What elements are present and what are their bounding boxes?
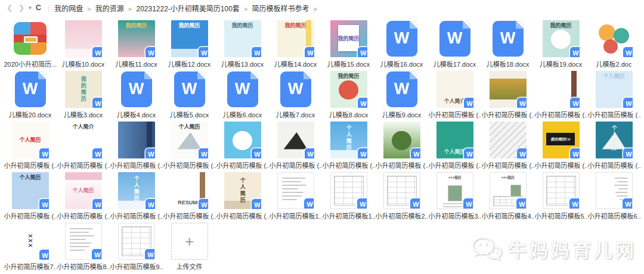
- file-item[interactable]: ×××简历W小升初简历模板3...: [428, 172, 481, 222]
- fold-corner: [304, 71, 311, 79]
- file-item[interactable]: 我的简历W儿模板15.docx: [322, 20, 375, 70]
- breadcrumb-item[interactable]: 我的网盘: [54, 5, 83, 13]
- file-item[interactable]: 我的简历W儿模板8.docx: [322, 70, 375, 121]
- badge-letter: W: [254, 49, 260, 57]
- file-item[interactable]: 我的简历W儿模板13.docx: [216, 20, 269, 70]
- file-item[interactable]: 个人简历W小升初简历模板 (...: [4, 172, 57, 222]
- file-item[interactable]: W小升初简历模板1...: [269, 172, 322, 222]
- file-item[interactable]: W儿模板6.docx: [216, 70, 269, 121]
- file-item[interactable]: W儿模板2.doc: [587, 20, 640, 70]
- file-item[interactable]: W儿模板9.docx: [375, 70, 428, 121]
- badge-letter: W: [626, 151, 631, 158]
- file-item[interactable]: 个人简历W小升初简历模板 (...: [4, 121, 57, 172]
- file-item[interactable]: W小升初简历模板8...: [57, 222, 110, 273]
- doc-thumbnail: 个人简历W: [596, 71, 633, 108]
- w-letter: W: [500, 30, 515, 46]
- text-line: [70, 235, 94, 236]
- forward-icon[interactable]: ❯: [16, 0, 27, 15]
- upload-button[interactable]: +上传文件: [163, 222, 216, 273]
- file-item[interactable]: W小升初简历模板6...: [587, 172, 640, 222]
- file-item[interactable]: 个人简历W小升初简历模板 (...: [587, 121, 640, 172]
- file-name: 小升初简历模板 (...: [57, 211, 110, 220]
- file-item[interactable]: 个人简历W小升初简历模板 (...: [587, 70, 640, 121]
- back-icon[interactable]: ❮: [4, 0, 16, 15]
- badge-letter: W: [201, 201, 207, 208]
- chevron-down-icon[interactable]: ▾: [27, 0, 33, 15]
- doc-thumbnail: 我的简历W: [330, 20, 367, 57]
- file-item[interactable]: W小升初简历模板 (...: [481, 70, 534, 121]
- file-name: 小升初简历模板 (...: [535, 160, 587, 170]
- file-item[interactable]: 我的简历CVW小升初简历模板 (...: [534, 121, 587, 172]
- file-item[interactable]: W小升初简历模板 (...: [375, 121, 428, 172]
- w-letter: W: [394, 81, 409, 97]
- file-item[interactable]: 个人简历W小升初简历模板 (...: [428, 121, 481, 172]
- file-item[interactable]: W儿模板10.docx: [57, 20, 110, 70]
- file-item[interactable]: W儿模板18.docx: [481, 20, 534, 70]
- file-item[interactable]: 我的简历W儿模板11.docx: [110, 20, 163, 70]
- thumbnail-title: 个人简历: [72, 187, 94, 193]
- file-item[interactable]: W儿模板5.docx: [163, 70, 216, 121]
- file-item[interactable]: 个人简介W小升初简历模板 (...: [57, 121, 110, 172]
- wps-w-badge-icon: W: [623, 47, 633, 57]
- file-item[interactable]: 个人简历W小升初简历模板 (...: [163, 121, 216, 172]
- thumbnail-title: 个人简历: [133, 176, 139, 202]
- file-name: 小升初简历模板 (...: [270, 160, 322, 170]
- file-item[interactable]: 个人简历W小升初简历模板 (...: [110, 172, 163, 222]
- file-item[interactable]: W小升初简历模板 (...: [269, 121, 322, 172]
- text-line: [618, 188, 627, 189]
- file-item[interactable]: 个人简历W小升初简历模板 (...: [322, 121, 375, 172]
- thumbnail-title: 个人简历: [178, 124, 200, 130]
- file-item[interactable]: W儿模板17.docx: [428, 20, 481, 70]
- file-icon-area: W: [117, 222, 156, 260]
- file-item[interactable]: W小升初简历模板 (...: [534, 70, 587, 121]
- breadcrumb-item[interactable]: 简历模板样书参考: [252, 5, 309, 13]
- file-name: 小升初简历模板4...: [482, 211, 534, 220]
- file-item[interactable]: 个人简历W小升初简历模板 (...: [216, 172, 269, 222]
- file-item[interactable]: W儿模板20.docx: [4, 70, 57, 121]
- wps-w-badge-icon: W: [569, 198, 580, 209]
- file-item[interactable]: W儿模板4.docx: [110, 70, 163, 121]
- file-item[interactable]: 个人简介W小升初简历模板 (...: [428, 70, 481, 121]
- file-item[interactable]: 我的简历W儿模板19.docx: [534, 20, 587, 70]
- text-line: [614, 185, 628, 186]
- wps-w-badge-icon: W: [464, 98, 473, 108]
- wps-w-badge-icon: W: [199, 199, 208, 209]
- file-item[interactable]: 我的简历W儿模板12.docx: [163, 20, 216, 70]
- file-item[interactable]: W儿模板7.docx: [269, 70, 322, 121]
- file-item[interactable]: 2020小升初简历...: [4, 20, 57, 70]
- file-name: 小升初简历模板 (...: [163, 160, 216, 170]
- file-item[interactable]: 我的简历W儿模板3.docx: [57, 70, 110, 121]
- decor-circle: [233, 131, 252, 150]
- file-icon-area: 我的简历W: [277, 20, 315, 57]
- file-item[interactable]: XXXW小升初简历模板7...: [4, 222, 57, 273]
- file-item[interactable]: W小升初简历模板 (...: [216, 121, 269, 172]
- file-item[interactable]: W小升初简历模板5...: [534, 172, 587, 222]
- file-item[interactable]: W儿模板16.docx: [375, 20, 428, 70]
- wps-w-badge-icon: W: [92, 249, 102, 260]
- doc-thumbnail: 我的简历CVW: [543, 122, 580, 158]
- file-icon-area: W: [595, 20, 633, 57]
- file-item[interactable]: W小升初简历模板 (...: [110, 121, 163, 172]
- upload-dropzone[interactable]: +: [171, 223, 208, 260]
- file-name: 儿模板6.docx: [223, 110, 262, 119]
- text-line: [282, 195, 302, 197]
- file-item[interactable]: W小升初简历模板1...: [322, 172, 375, 222]
- file-name: 儿模板18.docx: [487, 59, 530, 68]
- file-item[interactable]: W小升初简历模板9...: [110, 222, 163, 273]
- badge-letter: W: [360, 201, 366, 208]
- breadcrumb-item[interactable]: 20231222-小升初精美简历100套: [136, 5, 239, 13]
- file-name: 儿模板7.docx: [276, 110, 315, 119]
- file-item[interactable]: ×××简历W小升初简历模板4...: [481, 172, 534, 222]
- file-item[interactable]: 我的简历W儿模板14.docx: [269, 20, 322, 70]
- file-item[interactable]: W小升初简历模板 (...: [481, 121, 534, 172]
- wps-w-badge-icon: W: [517, 98, 527, 108]
- file-name: 小升初简历模板 (...: [163, 211, 216, 220]
- file-item[interactable]: W小升初简历模板2...: [375, 172, 428, 222]
- file-icon-area: W: [64, 222, 103, 260]
- badge-letter: W: [148, 151, 154, 158]
- refresh-icon[interactable]: C: [33, 0, 44, 15]
- file-item[interactable]: 个人简历W小升初简历模板 (...: [57, 172, 110, 222]
- breadcrumb-item[interactable]: 我的资源: [95, 5, 124, 13]
- file-item[interactable]: RESUMEW小升初简历模板 (...: [163, 172, 216, 222]
- file-icon-area: W: [436, 20, 474, 57]
